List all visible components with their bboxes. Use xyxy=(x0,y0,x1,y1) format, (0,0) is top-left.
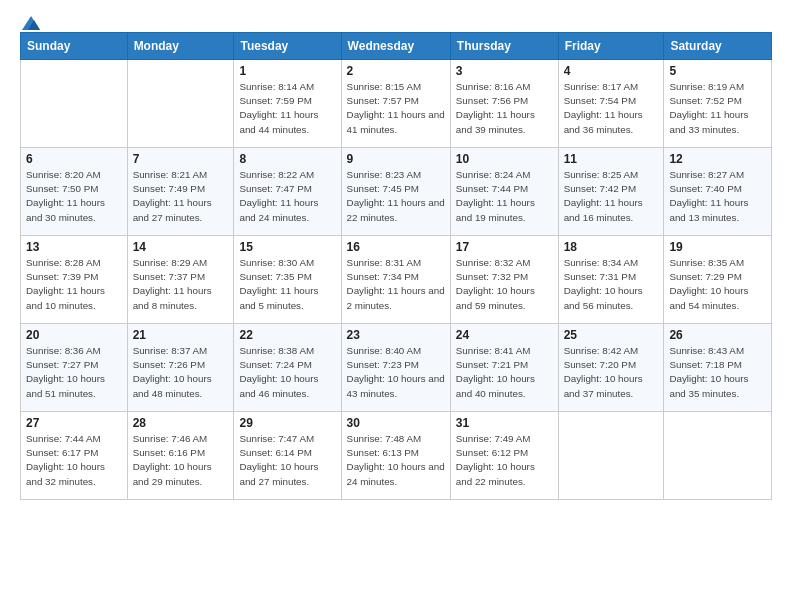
day-number: 10 xyxy=(456,152,553,166)
weekday-header-row: SundayMondayTuesdayWednesdayThursdayFrid… xyxy=(21,33,772,60)
day-info: Sunrise: 8:17 AM Sunset: 7:54 PM Dayligh… xyxy=(564,80,659,137)
weekday-header-saturday: Saturday xyxy=(664,33,772,60)
page: SundayMondayTuesdayWednesdayThursdayFrid… xyxy=(0,0,792,510)
day-number: 20 xyxy=(26,328,122,342)
day-number: 26 xyxy=(669,328,766,342)
calendar-cell: 20Sunrise: 8:36 AM Sunset: 7:27 PM Dayli… xyxy=(21,324,128,412)
day-info: Sunrise: 8:23 AM Sunset: 7:45 PM Dayligh… xyxy=(347,168,445,225)
day-number: 13 xyxy=(26,240,122,254)
calendar-cell xyxy=(21,60,128,148)
calendar-cell: 21Sunrise: 8:37 AM Sunset: 7:26 PM Dayli… xyxy=(127,324,234,412)
calendar-cell: 30Sunrise: 7:48 AM Sunset: 6:13 PM Dayli… xyxy=(341,412,450,500)
day-info: Sunrise: 8:38 AM Sunset: 7:24 PM Dayligh… xyxy=(239,344,335,401)
day-info: Sunrise: 8:27 AM Sunset: 7:40 PM Dayligh… xyxy=(669,168,766,225)
calendar-cell: 4Sunrise: 8:17 AM Sunset: 7:54 PM Daylig… xyxy=(558,60,664,148)
calendar-cell: 12Sunrise: 8:27 AM Sunset: 7:40 PM Dayli… xyxy=(664,148,772,236)
day-number: 11 xyxy=(564,152,659,166)
day-info: Sunrise: 7:44 AM Sunset: 6:17 PM Dayligh… xyxy=(26,432,122,489)
week-row-3: 20Sunrise: 8:36 AM Sunset: 7:27 PM Dayli… xyxy=(21,324,772,412)
day-info: Sunrise: 8:41 AM Sunset: 7:21 PM Dayligh… xyxy=(456,344,553,401)
day-info: Sunrise: 8:42 AM Sunset: 7:20 PM Dayligh… xyxy=(564,344,659,401)
day-info: Sunrise: 8:31 AM Sunset: 7:34 PM Dayligh… xyxy=(347,256,445,313)
day-info: Sunrise: 8:19 AM Sunset: 7:52 PM Dayligh… xyxy=(669,80,766,137)
day-number: 3 xyxy=(456,64,553,78)
day-number: 2 xyxy=(347,64,445,78)
calendar-cell: 19Sunrise: 8:35 AM Sunset: 7:29 PM Dayli… xyxy=(664,236,772,324)
calendar-cell: 17Sunrise: 8:32 AM Sunset: 7:32 PM Dayli… xyxy=(450,236,558,324)
day-info: Sunrise: 8:16 AM Sunset: 7:56 PM Dayligh… xyxy=(456,80,553,137)
calendar-cell: 31Sunrise: 7:49 AM Sunset: 6:12 PM Dayli… xyxy=(450,412,558,500)
weekday-header-thursday: Thursday xyxy=(450,33,558,60)
calendar-cell: 5Sunrise: 8:19 AM Sunset: 7:52 PM Daylig… xyxy=(664,60,772,148)
calendar-cell: 25Sunrise: 8:42 AM Sunset: 7:20 PM Dayli… xyxy=(558,324,664,412)
day-number: 18 xyxy=(564,240,659,254)
week-row-0: 1Sunrise: 8:14 AM Sunset: 7:59 PM Daylig… xyxy=(21,60,772,148)
calendar-cell: 16Sunrise: 8:31 AM Sunset: 7:34 PM Dayli… xyxy=(341,236,450,324)
calendar-cell: 22Sunrise: 8:38 AM Sunset: 7:24 PM Dayli… xyxy=(234,324,341,412)
day-info: Sunrise: 8:43 AM Sunset: 7:18 PM Dayligh… xyxy=(669,344,766,401)
calendar-cell xyxy=(127,60,234,148)
calendar-cell: 27Sunrise: 7:44 AM Sunset: 6:17 PM Dayli… xyxy=(21,412,128,500)
day-info: Sunrise: 8:24 AM Sunset: 7:44 PM Dayligh… xyxy=(456,168,553,225)
weekday-header-tuesday: Tuesday xyxy=(234,33,341,60)
day-info: Sunrise: 8:22 AM Sunset: 7:47 PM Dayligh… xyxy=(239,168,335,225)
day-number: 27 xyxy=(26,416,122,430)
day-number: 16 xyxy=(347,240,445,254)
day-number: 30 xyxy=(347,416,445,430)
calendar-cell: 26Sunrise: 8:43 AM Sunset: 7:18 PM Dayli… xyxy=(664,324,772,412)
day-number: 22 xyxy=(239,328,335,342)
weekday-header-friday: Friday xyxy=(558,33,664,60)
calendar-cell: 2Sunrise: 8:15 AM Sunset: 7:57 PM Daylig… xyxy=(341,60,450,148)
day-number: 29 xyxy=(239,416,335,430)
calendar-cell: 23Sunrise: 8:40 AM Sunset: 7:23 PM Dayli… xyxy=(341,324,450,412)
calendar-cell: 29Sunrise: 7:47 AM Sunset: 6:14 PM Dayli… xyxy=(234,412,341,500)
calendar-cell: 6Sunrise: 8:20 AM Sunset: 7:50 PM Daylig… xyxy=(21,148,128,236)
day-info: Sunrise: 8:34 AM Sunset: 7:31 PM Dayligh… xyxy=(564,256,659,313)
day-number: 7 xyxy=(133,152,229,166)
day-info: Sunrise: 8:28 AM Sunset: 7:39 PM Dayligh… xyxy=(26,256,122,313)
calendar-cell: 11Sunrise: 8:25 AM Sunset: 7:42 PM Dayli… xyxy=(558,148,664,236)
day-info: Sunrise: 8:29 AM Sunset: 7:37 PM Dayligh… xyxy=(133,256,229,313)
calendar-cell: 28Sunrise: 7:46 AM Sunset: 6:16 PM Dayli… xyxy=(127,412,234,500)
day-info: Sunrise: 8:35 AM Sunset: 7:29 PM Dayligh… xyxy=(669,256,766,313)
day-number: 15 xyxy=(239,240,335,254)
calendar: SundayMondayTuesdayWednesdayThursdayFrid… xyxy=(20,32,772,500)
day-info: Sunrise: 7:46 AM Sunset: 6:16 PM Dayligh… xyxy=(133,432,229,489)
day-info: Sunrise: 8:36 AM Sunset: 7:27 PM Dayligh… xyxy=(26,344,122,401)
day-number: 28 xyxy=(133,416,229,430)
calendar-cell: 9Sunrise: 8:23 AM Sunset: 7:45 PM Daylig… xyxy=(341,148,450,236)
day-info: Sunrise: 8:37 AM Sunset: 7:26 PM Dayligh… xyxy=(133,344,229,401)
weekday-header-monday: Monday xyxy=(127,33,234,60)
calendar-cell: 1Sunrise: 8:14 AM Sunset: 7:59 PM Daylig… xyxy=(234,60,341,148)
day-number: 12 xyxy=(669,152,766,166)
week-row-1: 6Sunrise: 8:20 AM Sunset: 7:50 PM Daylig… xyxy=(21,148,772,236)
day-info: Sunrise: 8:40 AM Sunset: 7:23 PM Dayligh… xyxy=(347,344,445,401)
day-number: 6 xyxy=(26,152,122,166)
calendar-cell: 7Sunrise: 8:21 AM Sunset: 7:49 PM Daylig… xyxy=(127,148,234,236)
calendar-cell: 8Sunrise: 8:22 AM Sunset: 7:47 PM Daylig… xyxy=(234,148,341,236)
calendar-cell xyxy=(664,412,772,500)
calendar-cell xyxy=(558,412,664,500)
day-info: Sunrise: 8:14 AM Sunset: 7:59 PM Dayligh… xyxy=(239,80,335,137)
day-info: Sunrise: 8:20 AM Sunset: 7:50 PM Dayligh… xyxy=(26,168,122,225)
calendar-cell: 3Sunrise: 8:16 AM Sunset: 7:56 PM Daylig… xyxy=(450,60,558,148)
calendar-cell: 24Sunrise: 8:41 AM Sunset: 7:21 PM Dayli… xyxy=(450,324,558,412)
calendar-cell: 13Sunrise: 8:28 AM Sunset: 7:39 PM Dayli… xyxy=(21,236,128,324)
day-number: 14 xyxy=(133,240,229,254)
day-info: Sunrise: 8:15 AM Sunset: 7:57 PM Dayligh… xyxy=(347,80,445,137)
day-number: 19 xyxy=(669,240,766,254)
day-number: 23 xyxy=(347,328,445,342)
logo-icon xyxy=(22,16,40,30)
day-info: Sunrise: 7:48 AM Sunset: 6:13 PM Dayligh… xyxy=(347,432,445,489)
day-info: Sunrise: 8:30 AM Sunset: 7:35 PM Dayligh… xyxy=(239,256,335,313)
day-number: 17 xyxy=(456,240,553,254)
day-number: 1 xyxy=(239,64,335,78)
header xyxy=(20,16,772,26)
logo xyxy=(20,16,40,26)
weekday-header-wednesday: Wednesday xyxy=(341,33,450,60)
day-info: Sunrise: 7:49 AM Sunset: 6:12 PM Dayligh… xyxy=(456,432,553,489)
calendar-cell: 18Sunrise: 8:34 AM Sunset: 7:31 PM Dayli… xyxy=(558,236,664,324)
day-info: Sunrise: 8:32 AM Sunset: 7:32 PM Dayligh… xyxy=(456,256,553,313)
calendar-cell: 15Sunrise: 8:30 AM Sunset: 7:35 PM Dayli… xyxy=(234,236,341,324)
week-row-2: 13Sunrise: 8:28 AM Sunset: 7:39 PM Dayli… xyxy=(21,236,772,324)
